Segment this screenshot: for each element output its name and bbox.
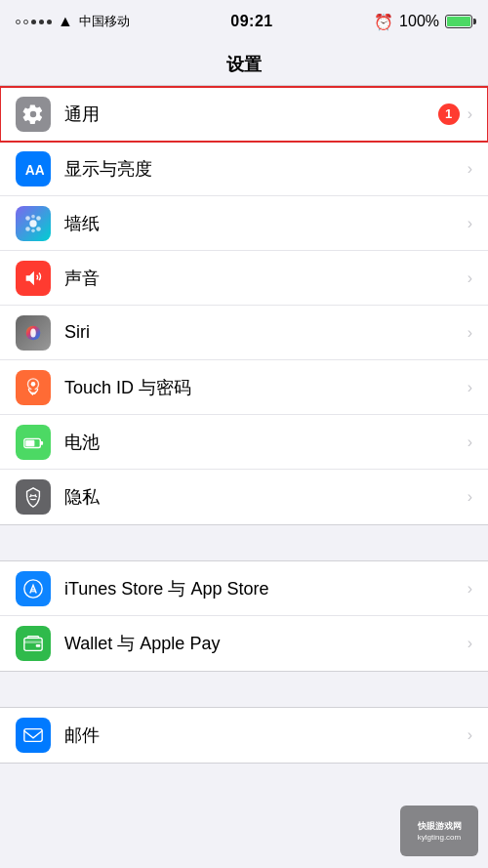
sounds-chevron: ›	[468, 269, 472, 287]
svg-marker-8	[26, 270, 34, 285]
touchid-icon	[16, 370, 51, 405]
mail-right: ›	[468, 726, 472, 744]
battery-row-svg	[22, 432, 44, 453]
settings-row-privacy[interactable]: 隐私 ›	[0, 470, 488, 524]
settings-row-itunes[interactable]: iTunes Store 与 App Store ›	[0, 561, 488, 616]
watermark-line2: kylgting.com	[418, 833, 461, 842]
privacy-chevron: ›	[468, 488, 472, 506]
watermark-line1: 快眼游戏网	[418, 820, 462, 833]
svg-point-16	[34, 494, 36, 496]
privacy-svg	[22, 486, 44, 508]
settings-row-wallpaper[interactable]: 墙纸 ›	[0, 196, 488, 251]
general-icon	[16, 97, 51, 132]
svg-rect-21	[36, 644, 41, 647]
siri-icon	[16, 315, 51, 351]
mail-svg	[22, 724, 44, 746]
wallet-label: Wallet 与 Apple Pay	[64, 632, 468, 655]
svg-point-2	[25, 216, 30, 221]
stores-section: iTunes Store 与 App Store › Wallet 与 Appl…	[0, 560, 488, 672]
status-left: ▲ 中国移动	[16, 13, 130, 30]
settings-row-siri[interactable]: Siri ›	[0, 306, 488, 360]
wallpaper-icon	[16, 206, 51, 241]
gear-svg	[22, 103, 44, 125]
settings-row-battery[interactable]: 电池 ›	[0, 415, 488, 470]
privacy-label: 隐私	[64, 485, 468, 509]
wallpaper-right: ›	[468, 215, 472, 232]
general-right: 1 ›	[438, 103, 472, 125]
svg-rect-19	[24, 639, 42, 651]
settings-row-general[interactable]: 通用 1 ›	[0, 87, 488, 142]
general-chevron: ›	[468, 105, 472, 123]
siri-svg	[22, 322, 44, 344]
settings-row-touchid[interactable]: Touch ID 与密码 ›	[0, 360, 488, 415]
wallet-right: ›	[468, 635, 472, 652]
battery-chevron: ›	[468, 434, 472, 451]
touchid-right: ›	[468, 379, 472, 396]
svg-point-10	[30, 328, 36, 337]
wallpaper-label: 墙纸	[64, 212, 468, 235]
touchid-svg	[22, 377, 44, 398]
svg-point-1	[29, 220, 36, 227]
svg-point-5	[36, 227, 41, 231]
carrier-name: 中国移动	[79, 13, 130, 30]
svg-rect-14	[40, 441, 43, 445]
display-chevron: ›	[468, 160, 472, 178]
appstore-svg	[22, 578, 44, 599]
sounds-svg	[22, 268, 44, 289]
siri-right: ›	[468, 324, 472, 342]
watermark: 快眼游戏网 kylgting.com	[400, 806, 478, 856]
wallet-svg	[22, 633, 44, 654]
status-bar: ▲ 中国移动 09:21 ⏰ 100%	[0, 0, 488, 43]
battery-label: 电池	[64, 431, 468, 454]
sounds-label: 声音	[64, 267, 468, 290]
general-badge: 1	[438, 103, 460, 125]
itunes-right: ›	[468, 580, 472, 598]
siri-label: Siri	[64, 322, 468, 343]
wallpaper-chevron: ›	[468, 215, 472, 232]
settings-row-wallet[interactable]: Wallet 与 Apple Pay ›	[0, 616, 488, 671]
display-right: ›	[468, 160, 472, 178]
appstore-icon	[16, 571, 51, 606]
svg-text:AA: AA	[25, 162, 44, 177]
battery-icon	[445, 15, 472, 28]
svg-point-6	[31, 214, 35, 218]
battery-right: ›	[468, 434, 472, 451]
svg-rect-13	[25, 439, 34, 445]
display-icon: AA	[16, 151, 51, 186]
settings-section-general: 通用 1 › AA 显示与亮度 ›	[0, 86, 488, 525]
svg-point-11	[31, 382, 36, 387]
svg-point-17	[24, 579, 42, 597]
mail-chevron: ›	[468, 726, 472, 744]
settings-row-mail[interactable]: 邮件 ›	[0, 708, 488, 763]
settings-section-stores: iTunes Store 与 App Store › Wallet 与 Appl…	[0, 560, 488, 672]
siri-chevron: ›	[468, 324, 472, 342]
wallet-chevron: ›	[468, 635, 472, 652]
page-title: 设置	[226, 53, 262, 76]
touchid-label: Touch ID 与密码	[64, 376, 468, 399]
svg-point-15	[30, 494, 32, 496]
svg-point-7	[31, 228, 35, 232]
alarm-icon: ⏰	[374, 13, 393, 31]
status-right: ⏰ 100%	[374, 13, 472, 31]
wallet-icon	[16, 626, 51, 661]
signal-icon	[16, 20, 52, 24]
settings-row-display[interactable]: AA 显示与亮度 ›	[0, 142, 488, 196]
sounds-icon	[16, 261, 51, 296]
privacy-icon	[16, 479, 51, 515]
spacer-2	[0, 672, 488, 707]
itunes-chevron: ›	[468, 580, 472, 598]
svg-rect-20	[24, 641, 42, 643]
battery-row-icon	[16, 425, 51, 460]
mail-section: 邮件 ›	[0, 707, 488, 764]
mail-icon	[16, 718, 51, 753]
wifi-icon: ▲	[58, 13, 73, 30]
settings-row-sounds[interactable]: 声音 ›	[0, 251, 488, 306]
svg-point-3	[36, 216, 41, 221]
display-label: 显示与亮度	[64, 157, 468, 181]
battery-percent: 100%	[399, 13, 439, 30]
mail-label: 邮件	[64, 723, 468, 747]
privacy-right: ›	[468, 488, 472, 506]
svg-point-4	[25, 227, 30, 231]
spacer-1	[0, 525, 488, 560]
itunes-label: iTunes Store 与 App Store	[64, 577, 468, 600]
